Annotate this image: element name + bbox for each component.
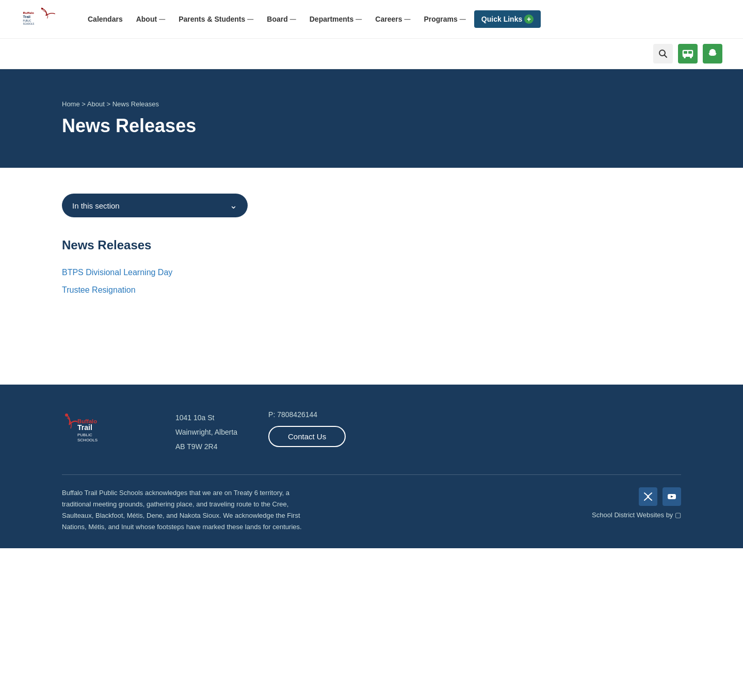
credit-logo-icon: ▢ [675,511,681,519]
in-this-section-dropdown[interactable]: In this section ⌄ [62,194,248,217]
youtube-icon[interactable] [663,487,681,506]
footer-bottom: Buffalo Trail Public Schools acknowledge… [62,474,681,533]
nav-board[interactable]: Board — [262,11,301,27]
chevron-down-icon: ⌄ [230,200,237,211]
board-dropdown-icon: — [290,15,296,23]
svg-text:Trail: Trail [77,423,92,432]
nav-calendars[interactable]: Calendars [83,11,128,27]
section-dropdown-label: In this section [72,201,120,210]
contact-us-button[interactable]: Contact Us [268,426,346,447]
svg-rect-9 [684,51,687,54]
utility-bar [0,39,743,69]
departments-dropdown-icon: — [356,15,362,23]
svg-text:PUBLIC: PUBLIC [77,433,92,437]
site-logo[interactable]: Buffalo Trail PUBLIC SCHOOLS [21,5,62,34]
logo-area[interactable]: Buffalo Trail PUBLIC SCHOOLS [21,5,62,34]
breadcrumb-current: News Releases [112,100,159,108]
list-item: BTPS Divisional Learning Day [62,268,722,277]
svg-text:PUBLIC: PUBLIC [23,19,31,22]
plus-icon: + [524,14,534,24]
main-nav: Calendars About — Parents & Students — B… [83,10,722,28]
footer-contact: P: 7808426144 Contact Us [268,410,346,447]
footer-credit: School District Websites by ▢ [592,511,681,519]
acknowledgment-text: Buffalo Trail Public Schools acknowledge… [62,487,320,533]
svg-point-4 [41,8,43,10]
search-button[interactable] [653,44,673,63]
svg-text:Buffalo: Buffalo [23,10,34,14]
address-line3: AB T9W 2R4 [175,439,237,454]
snapchat-button[interactable] [703,44,722,63]
nav-parents-students[interactable]: Parents & Students — [173,11,259,27]
footer-logo: Buffalo Trail PUBLIC SCHOOLS [62,410,144,452]
svg-text:Trail: Trail [23,14,30,19]
svg-point-12 [684,56,686,58]
footer-address: 1041 10a St Wainwright, Alberta AB T9W 2… [175,410,237,454]
svg-text:SCHOOLS: SCHOOLS [77,438,98,442]
page-title: News Releases [62,115,722,137]
bus-button[interactable] [678,44,698,63]
social-icons [639,487,681,506]
svg-point-13 [690,56,692,58]
site-header: Buffalo Trail PUBLIC SCHOOLS Calendars A… [0,0,743,39]
footer-phone: P: 7808426144 [268,410,346,419]
svg-point-18 [65,413,68,417]
twitter-icon[interactable] [639,487,657,506]
svg-rect-10 [688,51,692,54]
svg-line-6 [665,55,667,58]
parents-dropdown-icon: — [247,15,253,23]
programs-dropdown-icon: — [460,15,466,23]
content-title: News Releases [62,238,722,252]
footer-logo-area: Buffalo Trail PUBLIC SCHOOLS [62,410,144,454]
careers-dropdown-icon: — [404,15,410,23]
main-content: In this section ⌄ News Releases BTPS Div… [0,168,743,385]
svg-text:SCHOOLS: SCHOOLS [23,23,34,25]
list-item: Trustee Resignation [62,285,722,295]
address-line2: Wainwright, Alberta [175,425,237,439]
content-section: News Releases BTPS Divisional Learning D… [62,238,722,295]
news-link-btps[interactable]: BTPS Divisional Learning Day [62,268,172,277]
address-line1: 1041 10a St [175,410,237,425]
nav-departments[interactable]: Departments — [304,11,367,27]
about-dropdown-icon: — [159,15,165,23]
news-list: BTPS Divisional Learning Day Trustee Res… [62,268,722,295]
quick-links-button[interactable]: Quick Links + [474,10,541,28]
nav-careers[interactable]: Careers — [370,11,415,27]
footer-top: Buffalo Trail PUBLIC SCHOOLS 1041 10a St… [62,410,681,454]
news-link-trustee[interactable]: Trustee Resignation [62,285,136,294]
site-footer: Buffalo Trail PUBLIC SCHOOLS 1041 10a St… [0,385,743,548]
footer-social: School District Websites by ▢ [592,487,681,519]
breadcrumb: Home > About > News Releases [62,100,722,108]
hero-section: Home > About > News Releases News Releas… [0,69,743,168]
breadcrumb-about[interactable]: About [87,100,105,108]
nav-about[interactable]: About — [131,11,170,27]
breadcrumb-home[interactable]: Home [62,100,80,108]
nav-programs[interactable]: Programs — [418,11,471,27]
